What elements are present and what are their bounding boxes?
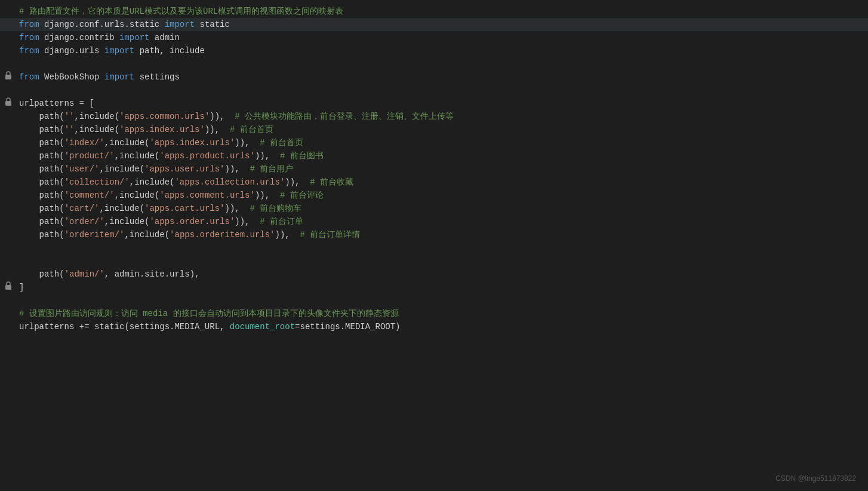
lock-icon — [5, 71, 12, 79]
svg-rect-0 — [5, 75, 11, 79]
code-line: path('admin/', admin.site.urls), — [0, 268, 868, 281]
code-line: from django.contrib import admin — [0, 31, 868, 44]
code-line: # 路由配置文件，它的本质是URL模式以及要为该URL模式调用的视图函数之间的映… — [0, 5, 868, 18]
line-content: from django.contrib import admin — [19, 31, 858, 44]
token-normal: WebBookShop — [39, 72, 104, 82]
token-comment: # 前台首页 — [260, 138, 303, 148]
token-normal: path( — [19, 204, 64, 213]
token-normal: ] — [19, 283, 24, 292]
token-string: 'apps.common.urls' — [119, 112, 210, 121]
token-normal: path( — [19, 112, 64, 121]
line-content: path('',include('apps.index.urls')), # 前… — [19, 123, 858, 136]
token-normal: path( — [19, 177, 64, 187]
code-line: path('collection/',include('apps.collect… — [0, 176, 868, 189]
token-keyword: from — [19, 33, 39, 42]
token-comment: # 前台订单详情 — [300, 230, 361, 240]
token-comment: # 前台订单 — [260, 217, 303, 226]
token-normal: path( — [19, 164, 64, 174]
token-keyword: import — [104, 72, 134, 82]
code-line: path('cart/',include('apps.cart.urls')),… — [0, 202, 868, 215]
token-normal: )), — [235, 217, 260, 226]
token-string: 'apps.user.urls' — [144, 164, 224, 174]
token-normal: )), — [210, 112, 235, 121]
token-string: 'order/' — [64, 217, 104, 226]
line-content: path('product/',include('apps.product.ur… — [19, 149, 858, 162]
token-normal: ,include( — [74, 112, 119, 121]
token-normal: path( — [19, 217, 64, 226]
code-line: path('',include('apps.index.urls')), # 前… — [0, 123, 868, 136]
token-keyword: import — [104, 46, 134, 56]
token-comment: # 前台用户 — [250, 164, 294, 174]
code-line: ] — [0, 281, 868, 294]
token-comment: # 前台购物车 — [250, 204, 302, 213]
token-comment: # 公共模块功能路由，前台登录、注册、注销、文件上传等 — [235, 112, 454, 121]
token-normal: path, include — [134, 46, 205, 56]
line-content: # 设置图片路由访问规则：访问 media 的接口会自动访问到本项目目录下的头像… — [19, 307, 858, 320]
code-line: path('',include('apps.common.urls')), # … — [0, 110, 868, 123]
code-line: # 设置图片路由访问规则：访问 media 的接口会自动访问到本项目目录下的头像… — [0, 307, 868, 320]
token-string: 'apps.index.urls' — [119, 125, 205, 134]
token-normal: static — [195, 20, 230, 29]
token-normal: ,include( — [104, 217, 150, 226]
line-content: ] — [19, 281, 858, 294]
token-normal: ,include( — [99, 204, 144, 213]
svg-rect-2 — [5, 285, 11, 290]
token-string: 'apps.orderitem.urls' — [170, 230, 275, 240]
token-string: 'apps.product.urls' — [159, 151, 255, 161]
line-content: path('',include('apps.common.urls')), # … — [19, 110, 858, 123]
code-line: urlpatterns = [ — [0, 97, 868, 110]
token-normal: )), — [235, 138, 260, 148]
token-normal: )), — [255, 151, 280, 161]
token-keyword: from — [19, 72, 39, 82]
token-keyword: import — [165, 20, 195, 29]
token-keyword2: document_root — [230, 322, 295, 332]
line-content: path('order/',include('apps.order.urls')… — [19, 215, 858, 228]
token-normal: ,include( — [115, 151, 160, 161]
token-normal: ,include( — [115, 191, 160, 200]
code-editor: # 路由配置文件，它的本质是URL模式以及要为该URL模式调用的视图函数之间的映… — [0, 0, 868, 491]
code-line: from django.urls import path, include — [0, 44, 868, 57]
line-gutter — [5, 71, 14, 79]
line-content: from django.conf.urls.static import stat… — [19, 18, 858, 31]
token-normal: ,include( — [130, 177, 175, 187]
line-content: path('comment/',include('apps.comment.ur… — [19, 189, 858, 202]
token-normal: path( — [19, 138, 64, 148]
token-string: 'apps.index.urls' — [149, 138, 235, 148]
token-normal: =settings.MEDIA_ROOT) — [295, 322, 400, 332]
lock-icon — [5, 281, 12, 290]
code-line: path('product/',include('apps.product.ur… — [0, 149, 868, 162]
token-normal: , admin.site.urls), — [104, 269, 200, 279]
token-comment: # 路由配置文件，它的本质是URL模式以及要为该URL模式调用的视图函数之间的映… — [19, 7, 343, 16]
token-normal: django.urls — [39, 46, 104, 56]
token-normal: path( — [19, 269, 64, 279]
line-gutter — [5, 97, 14, 106]
line-content: from WebBookShop import settings — [19, 70, 858, 84]
code-line: path('orderitem/',include('apps.orderite… — [0, 228, 868, 241]
code-line — [0, 241, 868, 254]
token-normal: )), — [275, 230, 300, 240]
token-string: 'apps.cart.urls' — [144, 204, 224, 213]
code-line: path('index/',include('apps.index.urls')… — [0, 136, 868, 149]
token-normal: )), — [205, 125, 230, 134]
token-normal: ,include( — [74, 125, 119, 134]
token-normal: django.contrib — [39, 33, 119, 42]
token-string: 'cart/' — [64, 204, 100, 213]
code-line — [0, 254, 868, 268]
token-string: 'user/' — [64, 164, 100, 174]
token-string: 'apps.comment.urls' — [159, 191, 255, 200]
token-comment: # 前台首页 — [230, 125, 273, 134]
token-normal: urlpatterns = [ — [19, 99, 94, 108]
code-line — [0, 294, 868, 307]
line-content: path('index/',include('apps.index.urls')… — [19, 136, 858, 149]
line-gutter — [5, 281, 14, 290]
token-normal: settings — [134, 72, 180, 82]
token-string: 'product/' — [64, 151, 115, 161]
line-content: path('admin/', admin.site.urls), — [19, 268, 858, 281]
line-content: path('orderitem/',include('apps.orderite… — [19, 228, 858, 241]
svg-rect-1 — [5, 101, 11, 106]
token-string: 'apps.collection.urls' — [174, 177, 285, 187]
token-normal: path( — [19, 151, 64, 161]
line-content: path('cart/',include('apps.cart.urls')),… — [19, 202, 858, 215]
code-line: urlpatterns += static(settings.MEDIA_URL… — [0, 320, 868, 333]
token-normal: )), — [285, 177, 310, 187]
